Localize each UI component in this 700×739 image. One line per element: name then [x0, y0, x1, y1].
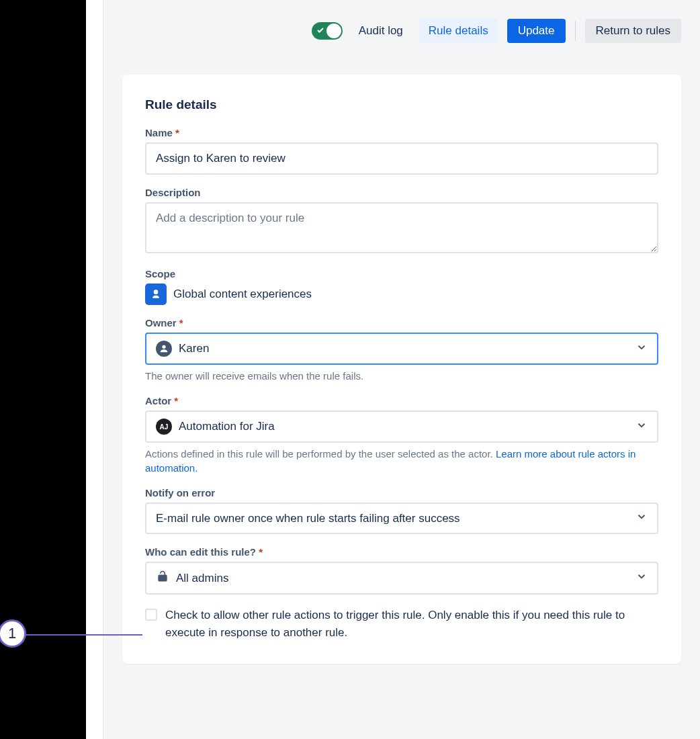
- chevron-down-icon: [636, 341, 648, 357]
- owner-field: Owner * Karen The owner will receive ema…: [145, 317, 658, 383]
- name-label: Name *: [145, 127, 658, 138]
- scope-space-icon: [145, 284, 167, 305]
- owner-helper: The owner will receive emails when the r…: [145, 369, 658, 383]
- rule-enabled-toggle[interactable]: [312, 22, 343, 40]
- vertical-divider: [575, 21, 576, 41]
- scope-value: Global content experiences: [173, 288, 312, 301]
- edit-permission-label: Who can edit this rule? *: [145, 546, 658, 558]
- automation-avatar-icon: AJ: [156, 419, 172, 435]
- actor-value: Automation for Jira: [179, 420, 275, 433]
- rule-details-card: Rule details Name * Description Scope Gl…: [122, 75, 681, 664]
- unlock-icon: [156, 570, 169, 586]
- update-button[interactable]: Update: [507, 19, 566, 43]
- notify-value: E-mail rule owner once when rule starts …: [156, 512, 460, 525]
- card-title: Rule details: [145, 97, 658, 112]
- owner-label: Owner *: [145, 317, 658, 329]
- description-label: Description: [145, 187, 658, 198]
- annotation-number: 1: [8, 625, 16, 642]
- scope-label: Scope: [145, 268, 658, 279]
- description-input[interactable]: [145, 202, 658, 253]
- name-field: Name *: [145, 127, 658, 175]
- edit-permission-select[interactable]: All admins: [145, 562, 658, 595]
- chevron-down-icon: [636, 570, 648, 586]
- allow-trigger-label: Check to allow other rule actions to tri…: [165, 607, 658, 641]
- edit-permission-field: Who can edit this rule? * All admins: [145, 546, 658, 595]
- name-input[interactable]: [145, 142, 658, 175]
- toggle-knob: [326, 24, 341, 38]
- content-area: Audit log Rule details Update Return to …: [103, 0, 700, 739]
- sidebar-edge: [86, 0, 103, 739]
- allow-trigger-row: Check to allow other rule actions to tri…: [145, 607, 658, 641]
- notify-label: Notify on error: [145, 487, 658, 498]
- header-actions: Audit log Rule details Update Return to …: [122, 19, 681, 43]
- description-field: Description: [145, 187, 658, 256]
- annotation-line-1: [26, 634, 142, 636]
- chevron-down-icon: [636, 419, 648, 435]
- svg-point-0: [162, 345, 165, 349]
- notify-select[interactable]: E-mail rule owner once when rule starts …: [145, 503, 658, 534]
- actor-select[interactable]: AJ Automation for Jira: [145, 410, 658, 443]
- actor-label: Actor *: [145, 395, 658, 406]
- scope-value-row: Global content experiences: [145, 284, 658, 305]
- rule-details-tab[interactable]: Rule details: [419, 19, 498, 43]
- owner-select[interactable]: Karen: [145, 333, 658, 365]
- edit-permission-value: All admins: [176, 572, 228, 585]
- allow-trigger-checkbox[interactable]: [145, 609, 157, 621]
- check-icon: [316, 26, 324, 36]
- owner-value: Karen: [179, 342, 209, 355]
- notify-field: Notify on error E-mail rule owner once w…: [145, 487, 658, 534]
- actor-helper: Actions defined in this rule will be per…: [145, 447, 658, 475]
- scope-field: Scope Global content experiences: [145, 268, 658, 305]
- actor-field: Actor * AJ Automation for Jira Actions d…: [145, 395, 658, 475]
- person-icon: [156, 341, 172, 357]
- audit-log-link[interactable]: Audit log: [352, 19, 410, 43]
- chevron-down-icon: [636, 511, 648, 526]
- return-to-rules-button[interactable]: Return to rules: [585, 19, 682, 43]
